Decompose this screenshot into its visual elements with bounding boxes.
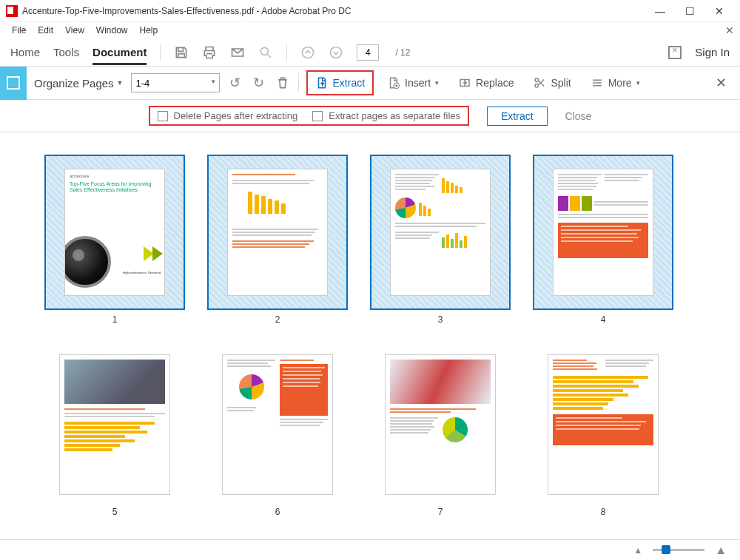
sign-in-link[interactable]: Sign In bbox=[695, 46, 730, 58]
svg-rect-6 bbox=[593, 80, 602, 81]
page-thumbnail[interactable]: 5 bbox=[44, 347, 185, 517]
prev-page-icon[interactable] bbox=[300, 45, 315, 60]
page-total: / 12 bbox=[395, 47, 410, 58]
close-document-icon[interactable]: ✕ bbox=[725, 24, 734, 36]
tagline: High performance. Delivered. bbox=[123, 271, 161, 274]
page-number: 1 bbox=[112, 314, 118, 325]
caret-down-icon: ▼ bbox=[117, 79, 124, 87]
separator bbox=[298, 73, 299, 92]
page-number: 3 bbox=[438, 314, 443, 325]
extract-confirm-button[interactable]: Extract bbox=[487, 107, 548, 126]
status-bar: ▲ ▲ bbox=[0, 539, 740, 560]
separator bbox=[286, 44, 287, 61]
page-thumbnail[interactable]: 8 bbox=[533, 347, 673, 517]
more-label: More bbox=[608, 77, 632, 89]
menu-view[interactable]: View bbox=[59, 24, 90, 37]
menu-help[interactable]: Help bbox=[134, 24, 164, 37]
menu-window[interactable]: Window bbox=[90, 24, 134, 37]
organize-pages-toolbar: Organize Pages▼ ▾ ↺ ↻ Extract Insert▾ Re… bbox=[0, 67, 740, 100]
zoom-thumb[interactable] bbox=[662, 545, 670, 554]
extract-options-highlight: Delete Pages after extracting Extract pa… bbox=[149, 106, 469, 126]
rotate-left-icon[interactable]: ↺ bbox=[227, 75, 243, 91]
close-link[interactable]: Close bbox=[565, 110, 592, 122]
page-number: 7 bbox=[438, 507, 443, 517]
tab-tools[interactable]: Tools bbox=[53, 46, 79, 58]
maximize-button[interactable]: ☐ bbox=[675, 0, 704, 22]
split-button[interactable]: Split bbox=[527, 73, 576, 92]
thumbnail-grid: accenture Top-Five Focus Areas for Impro… bbox=[0, 132, 740, 536]
sticky-note-icon[interactable] bbox=[668, 46, 682, 59]
svg-point-4 bbox=[535, 78, 539, 82]
window-titlebar: Accenture-Top-Five-Improvements-Sales-Ef… bbox=[0, 0, 740, 22]
page-number: 6 bbox=[275, 507, 280, 517]
extract-button[interactable]: Extract bbox=[306, 70, 374, 95]
svg-rect-7 bbox=[593, 82, 602, 84]
separate-files-checkbox[interactable]: Extract pages as separate files bbox=[312, 110, 460, 121]
minimize-button[interactable]: — bbox=[645, 0, 675, 22]
menu-file[interactable]: File bbox=[6, 24, 32, 37]
mail-icon[interactable] bbox=[230, 45, 245, 60]
chevron-graphic bbox=[152, 246, 163, 261]
tab-document[interactable]: Document bbox=[92, 46, 147, 65]
replace-label: Replace bbox=[476, 77, 514, 89]
replace-button[interactable]: Replace bbox=[452, 73, 519, 92]
window-title: Accenture-Top-Five-Improvements-Sales-Ef… bbox=[22, 6, 645, 16]
zoom-in-icon[interactable]: ▲ bbox=[715, 544, 727, 557]
delete-after-checkbox[interactable]: Delete Pages after extracting bbox=[158, 110, 298, 121]
page-thumbnail[interactable]: accenture Top-Five Focus Areas for Impro… bbox=[44, 155, 185, 325]
organize-pages-tab-icon[interactable] bbox=[0, 67, 27, 100]
caret-down-icon[interactable]: ▾ bbox=[212, 78, 215, 85]
close-window-button[interactable]: ✕ bbox=[704, 0, 734, 22]
svg-point-2 bbox=[331, 47, 342, 58]
page-number: 5 bbox=[112, 507, 118, 517]
tab-home[interactable]: Home bbox=[10, 46, 40, 58]
svg-point-1 bbox=[303, 47, 314, 58]
organize-pages-dropdown[interactable]: Organize Pages▼ bbox=[34, 77, 124, 90]
print-icon[interactable] bbox=[202, 45, 217, 60]
extract-label: Extract bbox=[333, 77, 366, 89]
svg-rect-8 bbox=[593, 85, 602, 87]
close-panel-icon[interactable]: ✕ bbox=[708, 75, 734, 91]
top-toolbar: Home Tools Document / 12 Sign In bbox=[0, 38, 740, 67]
svg-point-5 bbox=[535, 84, 539, 88]
next-page-icon[interactable] bbox=[329, 45, 343, 60]
page-title-text: Top-Five Focus Areas for Improving Sales… bbox=[70, 181, 160, 194]
menu-edit[interactable]: Edit bbox=[32, 24, 59, 37]
checkbox-icon bbox=[158, 111, 168, 121]
page-number: 8 bbox=[601, 507, 606, 517]
page-number-input[interactable] bbox=[357, 44, 379, 61]
delete-icon[interactable] bbox=[275, 75, 291, 91]
lens-graphic bbox=[64, 236, 111, 288]
svg-point-0 bbox=[261, 47, 269, 55]
page-range-input[interactable] bbox=[131, 73, 220, 92]
page-number: 2 bbox=[275, 314, 280, 325]
page-thumbnail[interactable]: 7 bbox=[370, 347, 511, 517]
page-thumbnail[interactable]: 6 bbox=[207, 347, 348, 517]
extract-options-bar: Delete Pages after extracting Extract pa… bbox=[0, 100, 740, 132]
checkbox-icon bbox=[312, 111, 323, 121]
menu-bar: File Edit View Window Help ✕ bbox=[0, 22, 740, 38]
separator bbox=[160, 44, 161, 61]
search-icon[interactable] bbox=[258, 45, 273, 60]
zoom-slider[interactable] bbox=[653, 549, 704, 551]
caret-down-icon: ▾ bbox=[636, 79, 640, 87]
insert-button[interactable]: Insert▾ bbox=[381, 73, 445, 92]
caret-down-icon: ▾ bbox=[435, 79, 439, 87]
page-thumbnail[interactable]: 2 bbox=[207, 155, 348, 325]
page-thumbnail[interactable]: 3 bbox=[370, 155, 511, 325]
page-brand: accenture bbox=[70, 174, 160, 178]
save-icon[interactable] bbox=[174, 45, 189, 60]
insert-label: Insert bbox=[405, 77, 431, 89]
page-thumbnail[interactable]: 4 bbox=[533, 155, 673, 325]
page-number: 4 bbox=[601, 314, 606, 325]
zoom-out-icon[interactable]: ▲ bbox=[633, 545, 642, 556]
more-button[interactable]: More▾ bbox=[585, 73, 646, 92]
pdf-app-icon bbox=[6, 5, 18, 17]
split-label: Split bbox=[551, 77, 571, 89]
rotate-right-icon[interactable]: ↻ bbox=[251, 75, 267, 91]
